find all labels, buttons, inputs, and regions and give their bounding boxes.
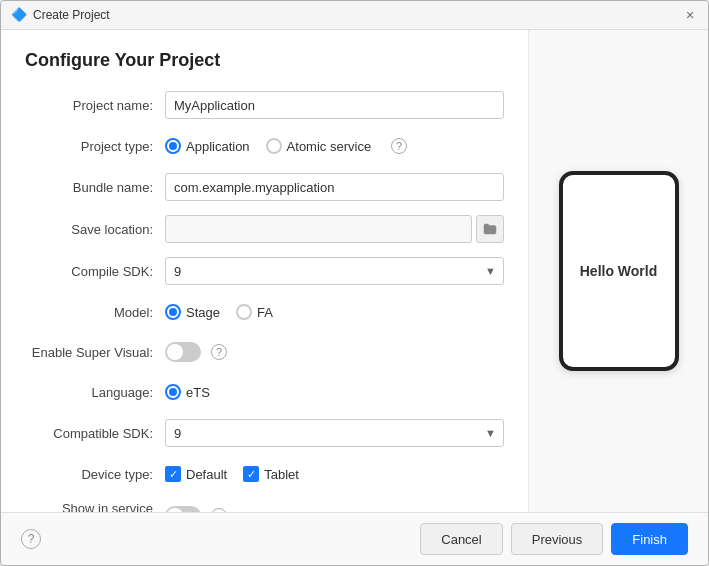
radio-atomic-label: Atomic service (287, 139, 372, 154)
radio-fa-label: FA (257, 305, 273, 320)
footer-help-button[interactable]: ? (21, 529, 41, 549)
footer-left: ? (21, 529, 41, 549)
compile-sdk-control: 9 10 11 ▼ (165, 257, 504, 285)
app-icon: 🔷 (11, 7, 27, 23)
project-type-control: Application Atomic service ? (165, 138, 504, 154)
device-type-checkboxes: Default Tablet (165, 466, 504, 482)
bundle-name-input[interactable] (165, 173, 504, 201)
location-row (165, 215, 504, 243)
super-visual-inline: ? (165, 342, 504, 362)
radio-application-label: Application (186, 139, 250, 154)
radio-stage[interactable]: Stage (165, 304, 220, 320)
footer-right: Cancel Previous Finish (420, 523, 688, 555)
form-title: Configure Your Project (25, 50, 504, 71)
dialog-content: Configure Your Project Project name: Pro… (1, 30, 708, 512)
model-row: Model: Stage FA (25, 299, 504, 325)
radio-atomic[interactable]: Atomic service (266, 138, 372, 154)
compile-sdk-select-wrapper: 9 10 11 ▼ (165, 257, 504, 285)
project-name-control (165, 91, 504, 119)
radio-ets[interactable]: eTS (165, 384, 210, 400)
radio-atomic-circle (266, 138, 282, 154)
radio-fa-circle (236, 304, 252, 320)
save-location-control (165, 215, 504, 243)
super-visual-control: ? (165, 342, 504, 362)
radio-fa[interactable]: FA (236, 304, 273, 320)
radio-application-circle (165, 138, 181, 154)
project-name-input[interactable] (165, 91, 504, 119)
compatible-sdk-label: Compatible SDK: (25, 426, 165, 441)
service-center-row: Show in service center: ? (25, 501, 504, 512)
save-location-row: Save location: (25, 215, 504, 243)
compile-sdk-label: Compile SDK: (25, 264, 165, 279)
project-type-row: Project type: Application Atomic service… (25, 133, 504, 159)
title-bar-left: 🔷 Create Project (11, 7, 110, 23)
compatible-sdk-control: 9 10 11 ▼ (165, 419, 504, 447)
model-label: Model: (25, 305, 165, 320)
bundle-name-label: Bundle name: (25, 180, 165, 195)
hello-world-text: Hello World (580, 263, 658, 279)
preview-area: Hello World (528, 30, 708, 512)
previous-button[interactable]: Previous (511, 523, 604, 555)
create-project-dialog: 🔷 Create Project × Configure Your Projec… (0, 0, 709, 566)
compile-sdk-row: Compile SDK: 9 10 11 ▼ (25, 257, 504, 285)
language-row: Language: eTS (25, 379, 504, 405)
save-location-input[interactable] (165, 215, 472, 243)
checkbox-default[interactable]: Default (165, 466, 227, 482)
close-button[interactable]: × (682, 7, 698, 23)
checkbox-tablet[interactable]: Tablet (243, 466, 299, 482)
compatible-sdk-select[interactable]: 9 10 11 (165, 419, 504, 447)
save-location-label: Save location: (25, 222, 165, 237)
project-type-help-icon[interactable]: ? (391, 138, 407, 154)
project-name-label: Project name: (25, 98, 165, 113)
phone-mockup: Hello World (559, 171, 679, 371)
checkbox-tablet-box (243, 466, 259, 482)
model-radio-group: Stage FA (165, 304, 504, 320)
finish-button[interactable]: Finish (611, 523, 688, 555)
radio-ets-circle (165, 384, 181, 400)
super-visual-toggle[interactable] (165, 342, 201, 362)
device-type-label: Device type: (25, 467, 165, 482)
language-label: Language: (25, 385, 165, 400)
super-visual-help-icon[interactable]: ? (211, 344, 227, 360)
form-area: Configure Your Project Project name: Pro… (1, 30, 528, 512)
dialog-title: Create Project (33, 8, 110, 22)
checkbox-default-box (165, 466, 181, 482)
title-bar: 🔷 Create Project × (1, 1, 708, 30)
checkbox-tablet-label: Tablet (264, 467, 299, 482)
device-type-row: Device type: Default Tablet (25, 461, 504, 487)
folder-browse-button[interactable] (476, 215, 504, 243)
radio-stage-label: Stage (186, 305, 220, 320)
service-center-toggle[interactable] (165, 506, 201, 512)
super-visual-label: Enable Super Visual: (25, 345, 165, 360)
radio-application[interactable]: Application (165, 138, 250, 154)
folder-icon (483, 223, 497, 235)
cancel-button[interactable]: Cancel (420, 523, 502, 555)
project-name-row: Project name: (25, 91, 504, 119)
checkbox-default-label: Default (186, 467, 227, 482)
language-control: eTS (165, 384, 504, 400)
bundle-name-row: Bundle name: (25, 173, 504, 201)
compile-sdk-select[interactable]: 9 10 11 (165, 257, 504, 285)
bundle-name-control (165, 173, 504, 201)
project-type-label: Project type: (25, 139, 165, 154)
project-type-radio-group: Application Atomic service ? (165, 138, 504, 154)
dialog-footer: ? Cancel Previous Finish (1, 512, 708, 565)
radio-stage-circle (165, 304, 181, 320)
radio-ets-label: eTS (186, 385, 210, 400)
model-control: Stage FA (165, 304, 504, 320)
compatible-sdk-select-wrapper: 9 10 11 ▼ (165, 419, 504, 447)
device-type-control: Default Tablet (165, 466, 504, 482)
service-center-label: Show in service center: (25, 501, 165, 512)
super-visual-row: Enable Super Visual: ? (25, 339, 504, 365)
language-radio-group: eTS (165, 384, 504, 400)
compatible-sdk-row: Compatible SDK: 9 10 11 ▼ (25, 419, 504, 447)
